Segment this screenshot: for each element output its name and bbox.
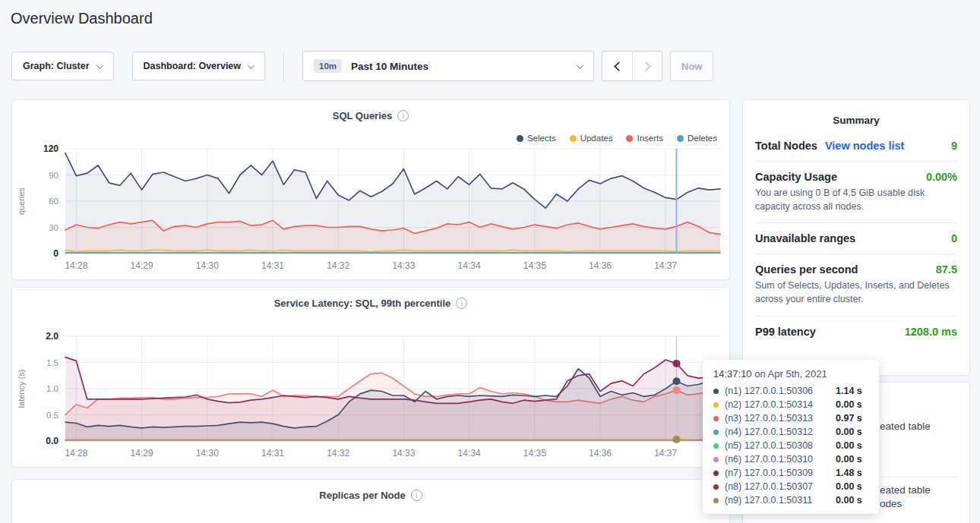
node-color-dot-icon bbox=[713, 498, 719, 503]
chart-hover-tooltip: 14:37:10 on Apr 5th, 2021 (n1) 127.0.0.1… bbox=[703, 360, 879, 514]
tooltip-node-row: (n8) 127.0.0.1:503070.00 s bbox=[713, 480, 868, 493]
view-nodes-list-link[interactable]: View nodes list bbox=[825, 140, 905, 152]
svg-text:14:35: 14:35 bbox=[523, 448, 546, 458]
legend-label: Updates bbox=[580, 134, 613, 143]
chevron-left-icon bbox=[614, 61, 624, 71]
tooltip-node-latency: 0.97 s bbox=[836, 413, 862, 424]
summary-value: 0.00% bbox=[926, 171, 957, 183]
summary-value: 0 bbox=[951, 232, 957, 244]
summary-value: 9 bbox=[951, 140, 957, 152]
summary-row: P99 latency1208.0 ms bbox=[755, 317, 957, 347]
summary-row: Total NodesView nodes list9 bbox=[755, 131, 957, 161]
summary-description: You are using 0 B of 4.5 GiB usable disk… bbox=[755, 186, 957, 213]
tooltip-node-address: (n9) 127.0.0.1:50311 bbox=[725, 495, 836, 506]
tooltip-node-row: (n6) 127.0.0.1:503100.00 s bbox=[713, 452, 868, 466]
info-icon[interactable]: i bbox=[411, 490, 422, 501]
time-forward-button[interactable] bbox=[632, 52, 662, 80]
chevron-down-icon bbox=[577, 61, 584, 69]
chart-title: Service Latency: SQL, 99th percentile bbox=[274, 298, 451, 309]
svg-text:90: 90 bbox=[49, 171, 58, 180]
svg-text:120: 120 bbox=[43, 143, 58, 154]
chevron-right-icon bbox=[641, 61, 651, 71]
tooltip-node-row: (n2) 127.0.0.1:503140.00 s bbox=[713, 398, 868, 411]
page-title: Overview Dashboard bbox=[11, 10, 153, 27]
summary-panel: Summary Total NodesView nodes list9Capac… bbox=[742, 99, 970, 376]
legend-label: Inserts bbox=[637, 134, 663, 143]
time-range-dropdown[interactable]: 10m Past 10 Minutes bbox=[302, 51, 594, 81]
tooltip-node-latency: 1.48 s bbox=[836, 468, 862, 478]
tooltip-node-latency: 0.00 s bbox=[836, 495, 862, 506]
sql-queries-card: SQL Queries i SelectsUpdatesInsertsDelet… bbox=[11, 99, 730, 280]
svg-text:14:34: 14:34 bbox=[458, 448, 481, 458]
service-latency-chart[interactable]: 0.00.51.01.52.014:2814:2914:3014:3114:32… bbox=[12, 330, 730, 464]
tooltip-node-address: (n8) 127.0.0.1:50307 bbox=[725, 481, 836, 492]
chart-title: SQL Queries bbox=[333, 110, 393, 121]
svg-text:14:31: 14:31 bbox=[261, 260, 284, 271]
summary-label: Total Nodes bbox=[755, 140, 817, 152]
tooltip-node-row: (n3) 127.0.0.1:503130.97 s bbox=[713, 411, 868, 425]
svg-text:2.0: 2.0 bbox=[46, 331, 58, 342]
legend-label: Selects bbox=[527, 134, 556, 143]
tooltip-node-address: (n4) 127.0.0.1:50312 bbox=[725, 427, 836, 437]
time-backward-button[interactable] bbox=[602, 52, 632, 80]
sql-queries-chart[interactable]: 030609012014:2814:2914:3014:3114:3214:33… bbox=[12, 143, 730, 276]
info-icon[interactable]: i bbox=[456, 298, 467, 309]
time-range-badge: 10m bbox=[314, 59, 342, 73]
legend-label: Deletes bbox=[688, 134, 717, 143]
info-icon[interactable]: i bbox=[397, 110, 409, 121]
graph-scope-dropdown[interactable]: Graph: Cluster bbox=[11, 52, 114, 80]
svg-text:60: 60 bbox=[49, 197, 58, 206]
legend-dot-icon bbox=[677, 135, 684, 142]
svg-text:30: 30 bbox=[49, 223, 58, 232]
node-color-dot-icon bbox=[713, 471, 719, 476]
time-step-buttons bbox=[602, 51, 662, 81]
svg-text:14:37: 14:37 bbox=[654, 448, 677, 458]
svg-text:14:32: 14:32 bbox=[327, 260, 349, 271]
svg-text:latency (s): latency (s) bbox=[17, 370, 26, 408]
tooltip-node-row: (n7) 127.0.0.1:503091.48 s bbox=[713, 466, 868, 480]
svg-text:14:28: 14:28 bbox=[65, 448, 87, 458]
svg-text:1.5: 1.5 bbox=[46, 358, 58, 367]
tooltip-node-latency: 0.00 s bbox=[836, 481, 862, 492]
summary-row: Unavailable ranges0 bbox=[755, 223, 957, 254]
tooltip-node-latency: 0.00 s bbox=[836, 454, 862, 465]
dashboard-toolbar: Graph: Cluster Dashboard: Overview 10m P… bbox=[11, 51, 713, 81]
legend-item: Inserts bbox=[626, 134, 663, 143]
chevron-down-icon bbox=[96, 61, 103, 69]
node-color-dot-icon bbox=[713, 430, 719, 435]
svg-text:14:33: 14:33 bbox=[392, 448, 415, 458]
tooltip-node-address: (n1) 127.0.0.1:50306 bbox=[725, 386, 836, 396]
tooltip-node-row: (n4) 127.0.0.1:503120.00 s bbox=[713, 425, 868, 439]
svg-text:queries: queries bbox=[17, 187, 26, 215]
summary-description: Sum of Selects, Updates, Inserts, and De… bbox=[755, 279, 957, 306]
svg-text:14:34: 14:34 bbox=[458, 260, 481, 271]
node-color-dot-icon bbox=[713, 389, 719, 394]
svg-text:14:33: 14:33 bbox=[392, 260, 415, 271]
svg-text:14:30: 14:30 bbox=[196, 260, 219, 271]
event-text: eated table bbox=[880, 421, 931, 432]
summary-row: Queries per second87.5Sum of Selects, Up… bbox=[755, 254, 957, 315]
tooltip-node-address: (n7) 127.0.0.1:50309 bbox=[725, 468, 836, 478]
node-color-dot-icon bbox=[713, 416, 719, 421]
summary-title: Summary bbox=[755, 100, 957, 131]
summary-value: 87.5 bbox=[936, 263, 957, 276]
tooltip-node-row: (n9) 127.0.0.1:503110.00 s bbox=[713, 493, 868, 507]
event-text: eated table bbox=[880, 484, 931, 496]
node-color-dot-icon bbox=[713, 457, 719, 462]
tooltip-node-latency: 0.00 s bbox=[836, 427, 862, 437]
summary-row: Capacity Usage0.00%You are using 0 B of … bbox=[755, 162, 957, 222]
legend-item: Updates bbox=[570, 134, 613, 143]
replicas-per-node-card: Replicas per Node i bbox=[11, 479, 730, 523]
svg-text:14:36: 14:36 bbox=[589, 260, 612, 271]
node-color-dot-icon bbox=[713, 402, 719, 408]
svg-text:14:28: 14:28 bbox=[65, 260, 87, 271]
dashboard-dropdown[interactable]: Dashboard: Overview bbox=[132, 52, 266, 80]
time-range-label: Past 10 Minutes bbox=[351, 61, 428, 72]
summary-label: Unavailable ranges bbox=[755, 232, 855, 244]
now-button[interactable]: Now bbox=[670, 51, 713, 81]
svg-text:14:32: 14:32 bbox=[327, 448, 349, 458]
tooltip-rows: (n1) 127.0.0.1:503061.14 s(n2) 127.0.0.1… bbox=[713, 384, 868, 507]
svg-text:1.0: 1.0 bbox=[46, 384, 58, 393]
summary-label: P99 latency bbox=[755, 326, 816, 338]
legend-item: Deletes bbox=[677, 134, 717, 143]
